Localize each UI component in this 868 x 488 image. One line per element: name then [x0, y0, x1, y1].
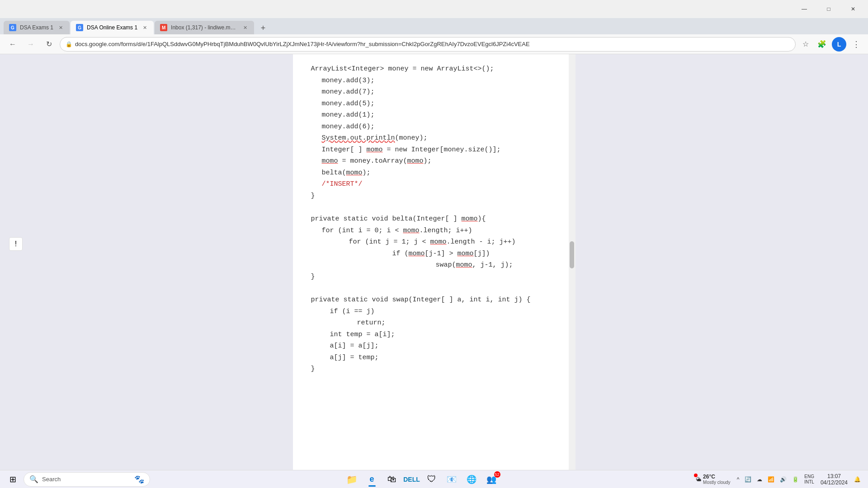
- tab-dsa-exams-1[interactable]: G DSA Exams 1 ✕: [4, 21, 70, 34]
- system-tray-expand-button[interactable]: ^: [735, 475, 741, 483]
- cloud-icon: ☁: [757, 476, 762, 483]
- main-content-area: ! ArrayList<Integer> money = new ArrayLi…: [0, 54, 868, 470]
- taskbar-app-store[interactable]: 🛍: [383, 471, 401, 488]
- profile-button[interactable]: L: [832, 37, 846, 52]
- browser-window: — □ ✕ G DSA Exams 1 ✕ G DSA Online Exams…: [0, 0, 868, 470]
- tab-favicon-3: M: [160, 24, 167, 31]
- scrollbar-thumb[interactable]: [570, 241, 574, 268]
- code-line-4: money.add(5);: [311, 98, 551, 110]
- back-button[interactable]: ←: [5, 37, 20, 52]
- taskbar-search-animal-icon: 🐾: [134, 474, 144, 484]
- tab-bar: G DSA Exams 1 ✕ G DSA Online Exams 1 ✕ M…: [0, 18, 868, 34]
- minimize-button[interactable]: —: [794, 2, 815, 16]
- forward-button[interactable]: →: [24, 37, 38, 52]
- url-bar[interactable]: 🔒 docs.google.com/forms/d/e/1FAlpQLSddwv…: [60, 37, 796, 52]
- weather-temp-icon: 🌥: [696, 476, 701, 483]
- browser-menu-button[interactable]: ⋮: [850, 38, 863, 51]
- wifi-icon[interactable]: 📶: [766, 475, 776, 483]
- notification-bell-icon: 🔔: [854, 476, 861, 483]
- code-line-14: for (int i = 0; i < momo.length; i++): [311, 225, 551, 237]
- battery-icon[interactable]: 🔋: [790, 475, 801, 483]
- url-text: docs.google.com/forms/d/e/1FAlpQLSddwvG0…: [75, 41, 790, 47]
- chrome-icon: 🌐: [467, 474, 476, 484]
- code-line-7: System.out.println(money);: [311, 132, 551, 144]
- code-line-12: }: [311, 190, 551, 202]
- tab-gmail-inbox[interactable]: M Inbox (1,317) - lindiwe.motaun... ✕: [155, 21, 254, 34]
- edge-icon: e: [370, 474, 374, 484]
- code-line-21: return;: [311, 317, 551, 329]
- dell-icon: DELL: [403, 476, 420, 483]
- language-indicator[interactable]: ENGINTL: [802, 473, 816, 486]
- speaker-icon: 🔊: [780, 476, 787, 483]
- taskbar-apps: 📁 e 🛍 DELL 🛡 📧 🌐 👥 52: [150, 471, 693, 488]
- title-bar: — □ ✕: [0, 0, 868, 18]
- onedrive-icon[interactable]: ☁: [755, 475, 764, 483]
- scrollbar-track[interactable]: [569, 54, 576, 470]
- code-content: ArrayList<Integer> money = new ArrayList…: [293, 54, 569, 470]
- mcafee-icon: 🛡: [427, 474, 436, 484]
- windows-update-icon[interactable]: 🔄: [743, 475, 753, 483]
- weather-widget[interactable]: 🌥 26°C Mostly cloudy: [693, 473, 733, 486]
- taskbar-search-text: Search: [42, 476, 61, 483]
- taskbar-app-chrome[interactable]: 🌐: [462, 471, 481, 488]
- page-wrapper: ! ArrayList<Integer> money = new ArrayLi…: [0, 54, 868, 470]
- address-bar: ← → ↻ 🔒 docs.google.com/forms/d/e/1FAlpQ…: [0, 34, 868, 54]
- start-icon: ⊞: [9, 474, 16, 484]
- close-button[interactable]: ✕: [843, 2, 863, 16]
- tab-title-1: DSA Exams 1: [20, 24, 53, 31]
- weather-notification-badge: [694, 474, 698, 477]
- outlook-icon: 📧: [447, 474, 457, 484]
- language-text: ENGINTL: [804, 474, 814, 485]
- update-icon: 🔄: [745, 476, 751, 483]
- taskbar: ⊞ 🔍 Search 🐾 📁 e 🛍 DELL 🛡 📧 🌐 👥: [0, 470, 868, 488]
- lock-icon: 🔒: [66, 41, 72, 47]
- code-line-22: int temp = a[i];: [311, 329, 551, 341]
- code-line-5: money.add(1);: [311, 109, 551, 121]
- taskbar-app-outlook[interactable]: 📧: [443, 471, 461, 488]
- feedback-icon[interactable]: !: [9, 237, 23, 251]
- chevron-up-icon: ^: [737, 476, 740, 483]
- teams-notification-badge: 52: [494, 471, 500, 478]
- weather-info: 26°C Mostly cloudy: [703, 474, 731, 485]
- taskbar-app-mcafee[interactable]: 🛡: [423, 471, 441, 488]
- taskbar-app-teams[interactable]: 👥 52: [482, 471, 500, 488]
- code-line-15: for (int j = 1; j < momo.length - i; j++…: [311, 236, 551, 248]
- tab-close-3[interactable]: ✕: [241, 24, 249, 31]
- maximize-button[interactable]: □: [818, 2, 839, 16]
- code-line-11: /*INSERT*/: [311, 178, 551, 190]
- new-tab-button[interactable]: +: [257, 22, 269, 34]
- reload-button[interactable]: ↻: [42, 37, 56, 52]
- code-section-arraylist: ArrayList<Integer> money = new ArrayList…: [311, 63, 551, 202]
- code-line-18: }: [311, 271, 551, 283]
- code-section-swap: private static void swap(Integer[ ] a, i…: [311, 294, 551, 375]
- weather-temp: 26°C: [703, 474, 731, 480]
- tab-favicon-2: G: [76, 24, 83, 31]
- taskbar-search-icon: 🔍: [29, 475, 38, 483]
- code-line-3: money.add(7);: [311, 86, 551, 98]
- store-icon: 🛍: [387, 474, 396, 484]
- weather-desc: Mostly cloudy: [703, 480, 731, 485]
- taskbar-app-fileexplorer[interactable]: 📁: [343, 471, 361, 488]
- taskbar-app-edge[interactable]: e: [363, 471, 381, 488]
- tab-close-1[interactable]: ✕: [57, 24, 64, 31]
- tab-title-3: Inbox (1,317) - lindiwe.motaun...: [171, 24, 238, 31]
- taskbar-clock[interactable]: 13:07 04/12/2024: [818, 472, 850, 487]
- tab-close-2[interactable]: ✕: [141, 24, 148, 31]
- notification-button[interactable]: 🔔: [852, 475, 863, 483]
- window-controls: — □ ✕: [794, 2, 863, 16]
- bookmark-star-icon[interactable]: ☆: [799, 38, 812, 51]
- volume-icon[interactable]: 🔊: [778, 475, 788, 483]
- taskbar-search-bar[interactable]: 🔍 Search 🐾: [24, 472, 150, 487]
- file-explorer-icon: 📁: [346, 474, 358, 485]
- code-line-13: private static void belta(Integer[ ] mom…: [311, 213, 551, 225]
- code-line-10: belta(momo);: [311, 167, 551, 179]
- code-line-19: private static void swap(Integer[ ] a, i…: [311, 294, 551, 306]
- start-button[interactable]: ⊞: [4, 471, 22, 488]
- extensions-icon[interactable]: 🧩: [816, 38, 828, 51]
- code-line-8: Integer[ ] momo = new Integer[money.size…: [311, 144, 551, 156]
- tab-favicon-1: G: [9, 24, 16, 31]
- taskbar-app-dell[interactable]: DELL: [403, 471, 421, 488]
- tab-dsa-online-exams-1[interactable]: G DSA Online Exams 1 ✕: [71, 21, 154, 34]
- code-line-24: a[j] = temp;: [311, 352, 551, 364]
- code-line-2: money.add(3);: [311, 75, 551, 87]
